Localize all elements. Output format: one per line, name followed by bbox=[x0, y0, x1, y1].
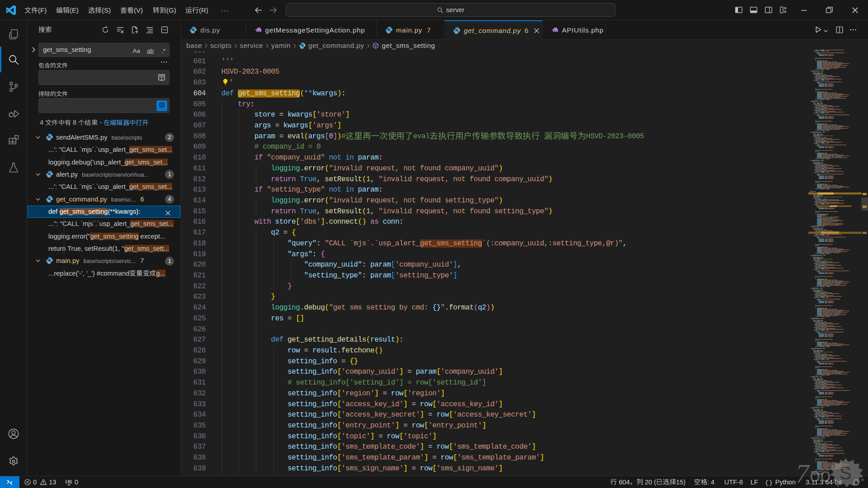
svg-text:oo: oo bbox=[810, 465, 831, 486]
svg-text:S: S bbox=[840, 463, 852, 483]
svg-text:7: 7 bbox=[796, 459, 811, 488]
